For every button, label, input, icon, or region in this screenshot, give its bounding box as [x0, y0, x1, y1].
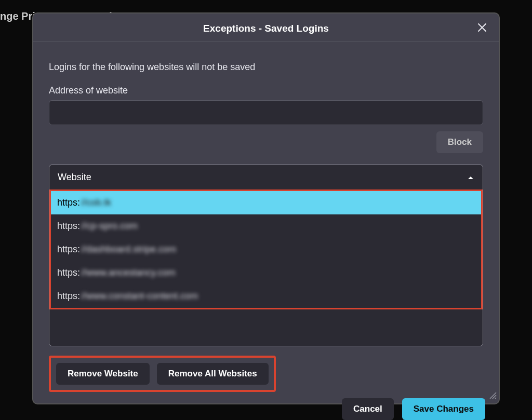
dialog-header: Exceptions - Saved Logins [33, 13, 499, 42]
remove-buttons-highlight: Remove Website Remove All Websites [49, 356, 276, 392]
table-row[interactable]: https: //www.constant-content.com [51, 284, 481, 308]
table-row[interactable]: https: //cob.tk [51, 191, 481, 214]
table-row[interactable]: https: //cp-spro.com [51, 214, 481, 238]
block-row: Block [49, 131, 483, 153]
remove-website-button[interactable]: Remove Website [56, 363, 150, 385]
dialog-footer: Cancel Save Changes [33, 392, 499, 420]
address-input[interactable] [49, 100, 483, 125]
row-prefix: https: [57, 291, 80, 302]
website-list-highlight: https: //cob.tk https: //cp-spro.com htt… [49, 189, 483, 309]
block-button[interactable]: Block [436, 131, 483, 153]
row-rest: //cp-spro.com [81, 221, 138, 232]
website-table: Website https: //cob.tk https: //cp-spro… [49, 165, 483, 346]
table-header[interactable]: Website [49, 165, 483, 189]
resize-grip-icon[interactable] [489, 392, 497, 401]
dialog-title: Exceptions - Saved Logins [203, 23, 329, 34]
sort-ascending-icon [467, 175, 474, 180]
close-button[interactable] [475, 20, 489, 35]
row-prefix: https: [57, 244, 80, 255]
row-rest: //www.constant-content.com [81, 291, 198, 302]
row-rest: //dashboard.stripe.com [81, 244, 176, 255]
row-rest: //www.ancestancy.com [81, 267, 176, 278]
dialog-body: Logins for the following websites will n… [33, 42, 499, 392]
after-list: Remove Website Remove All Websites [49, 356, 483, 392]
row-prefix: https: [57, 267, 80, 278]
close-icon [477, 22, 487, 33]
address-label: Address of website [49, 85, 483, 96]
row-rest: //cob.tk [81, 197, 111, 208]
list-empty-area [49, 309, 483, 346]
exceptions-dialog: Exceptions - Saved Logins Logins for the… [32, 12, 500, 404]
cancel-button[interactable]: Cancel [342, 398, 394, 420]
remove-all-websites-button[interactable]: Remove All Websites [157, 363, 269, 385]
table-header-label: Website [58, 172, 91, 183]
row-prefix: https: [57, 197, 80, 208]
table-row[interactable]: https: //www.ancestancy.com [51, 261, 481, 284]
dialog-description: Logins for the following websites will n… [49, 62, 483, 73]
table-row[interactable]: https: //dashboard.stripe.com [51, 238, 481, 261]
save-changes-button[interactable]: Save Changes [402, 398, 485, 420]
row-prefix: https: [57, 221, 80, 232]
